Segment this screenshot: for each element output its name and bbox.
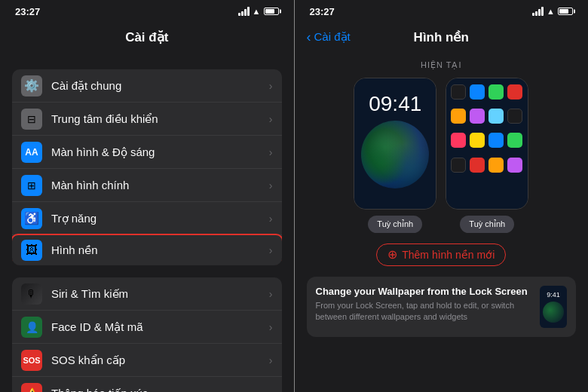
app-icon bbox=[507, 158, 522, 173]
chevron-icon: › bbox=[269, 113, 273, 125]
left-status-time: 23:27 bbox=[15, 6, 40, 17]
settings-list: ⚙️ Cài đặt chung › ⊟ Trung tâm điều khiể… bbox=[0, 51, 294, 392]
info-card-thumbnail: 9:41 bbox=[540, 286, 567, 328]
right-status-time: 23:27 bbox=[310, 6, 335, 17]
settings-group-2: 🎙 Siri & Tìm kiếm › 👤 Face ID & Mật mã ›… bbox=[12, 277, 282, 392]
settings-item-sos[interactable]: SOS SOS khẩn cấp › bbox=[12, 344, 282, 377]
left-nav-title: Cài đặt bbox=[125, 29, 168, 45]
sliders-icon: ⊟ bbox=[21, 109, 42, 130]
lock-screen-preview: 09:41 bbox=[354, 78, 436, 210]
add-wallpaper-button[interactable]: ⊕ Thêm hình nền mới bbox=[376, 243, 506, 266]
signal-icon bbox=[238, 7, 250, 16]
item-label-tro-nang: Trợ năng bbox=[51, 212, 269, 225]
settings-item-siri[interactable]: 🎙 Siri & Tìm kiếm › bbox=[12, 277, 282, 311]
app-icon bbox=[451, 109, 466, 124]
hien-tai-label: HIỆN TẠI bbox=[295, 60, 589, 70]
notifications-icon: ⚠️ bbox=[21, 383, 42, 392]
app-icon bbox=[488, 133, 504, 148]
add-wallpaper-container: ⊕ Thêm hình nền mới bbox=[295, 233, 589, 266]
settings-item-thong-bao[interactable]: ⚠️ Thông báo tiếp xúc › bbox=[12, 377, 282, 392]
right-phone: 23:27 ▲ ‹ Cài đặt Hình nền bbox=[295, 0, 589, 392]
gear-icon: ⚙️ bbox=[21, 75, 42, 96]
right-status-bar: 23:27 ▲ bbox=[295, 0, 589, 23]
chevron-icon: › bbox=[269, 387, 273, 392]
phones-container: 23:27 ▲ Cài đặt bbox=[0, 0, 588, 392]
chevron-icon: › bbox=[269, 179, 273, 191]
chevron-icon: › bbox=[269, 146, 273, 158]
app-icon bbox=[451, 84, 466, 100]
chevron-icon: › bbox=[269, 288, 273, 300]
tuy-chinh-lock-button[interactable]: Tuỳ chỉnh bbox=[368, 216, 422, 233]
wallpaper-previews: 09:41 Tuỳ chỉnh bbox=[295, 78, 589, 233]
tuy-chinh-home-button[interactable]: Tuỳ chỉnh bbox=[460, 216, 514, 233]
plus-circle-icon: ⊕ bbox=[387, 249, 397, 261]
app-icon bbox=[488, 109, 504, 124]
face-id-icon: 👤 bbox=[21, 317, 42, 338]
app-icon bbox=[451, 133, 466, 148]
item-label-hinh-nen: Hình nền bbox=[51, 243, 269, 257]
item-label-man-hinh-sang: Màn hình & Độ sáng bbox=[51, 145, 269, 159]
chevron-icon: › bbox=[269, 213, 273, 225]
left-nav-bar: Cài đặt bbox=[0, 23, 294, 51]
earth-wallpaper bbox=[361, 121, 429, 188]
app-icon bbox=[488, 84, 504, 100]
thumb-time: 9:41 bbox=[547, 291, 560, 299]
item-label-trung-tam: Trung tâm điều khiển bbox=[51, 112, 269, 126]
nav-back-label: Cài đặt bbox=[314, 30, 351, 44]
chevron-icon: › bbox=[269, 80, 273, 92]
app-icon bbox=[507, 84, 522, 100]
add-wallpaper-label: Thêm hình nền mới bbox=[402, 249, 495, 261]
item-label-sos: SOS khẩn cấp bbox=[51, 354, 269, 367]
right-nav-bar: ‹ Cài đặt Hình nền bbox=[295, 23, 589, 51]
item-label-thong-bao: Thông báo tiếp xúc bbox=[51, 387, 269, 392]
app-icon bbox=[507, 133, 522, 148]
settings-item-tro-nang[interactable]: ♿ Trợ năng › bbox=[12, 202, 282, 235]
home-screen-icon: ⊞ bbox=[21, 175, 42, 196]
app-icon bbox=[470, 133, 485, 148]
app-icon bbox=[488, 158, 504, 173]
right-status-icons: ▲ bbox=[532, 7, 573, 16]
accessibility-icon: ♿ bbox=[21, 208, 42, 229]
home-screen-display bbox=[446, 78, 528, 209]
chevron-icon: › bbox=[269, 354, 273, 366]
chevron-icon: › bbox=[269, 244, 273, 256]
wallpaper-icon: 🖼 bbox=[21, 240, 42, 261]
battery-icon bbox=[264, 8, 279, 15]
info-card-title: Change your Wallpaper from the Lock Scre… bbox=[316, 286, 533, 297]
settings-group-1: ⚙️ Cài đặt chung › ⊟ Trung tâm điều khiể… bbox=[12, 69, 282, 265]
lock-screen-preview-container: 09:41 Tuỳ chỉnh bbox=[354, 78, 436, 233]
settings-item-cai-dat-chung[interactable]: ⚙️ Cài đặt chung › bbox=[12, 69, 282, 103]
settings-item-trung-tam[interactable]: ⊟ Trung tâm điều khiển › bbox=[12, 103, 282, 136]
signal-icon bbox=[532, 7, 544, 16]
home-screen-preview bbox=[446, 78, 528, 210]
lock-screen-time: 09:41 bbox=[369, 93, 421, 115]
wifi-icon: ▲ bbox=[253, 7, 261, 16]
settings-item-hinh-nen[interactable]: 🖼 Hình nền › bbox=[12, 234, 282, 265]
app-icon bbox=[470, 84, 485, 100]
settings-item-man-hinh-sang[interactable]: AA Màn hình & Độ sáng › bbox=[12, 136, 282, 169]
wifi-icon: ▲ bbox=[547, 7, 555, 16]
chevron-icon: › bbox=[269, 321, 273, 333]
nav-back-button[interactable]: ‹ Cài đặt bbox=[307, 30, 351, 44]
back-chevron-icon: ‹ bbox=[307, 30, 311, 44]
item-label-cai-dat-chung: Cài đặt chung bbox=[51, 79, 269, 93]
app-icon bbox=[470, 158, 485, 173]
left-phone: 23:27 ▲ Cài đặt bbox=[0, 0, 294, 392]
settings-item-man-hinh-chinh[interactable]: ⊞ Màn hình chính › bbox=[12, 169, 282, 202]
sos-icon: SOS bbox=[21, 350, 42, 371]
left-status-bar: 23:27 ▲ bbox=[0, 0, 294, 23]
lock-screen-display: 09:41 bbox=[354, 78, 436, 209]
settings-item-face-id[interactable]: 👤 Face ID & Mật mã › bbox=[12, 311, 282, 344]
battery-icon bbox=[558, 8, 573, 15]
siri-icon: 🎙 bbox=[21, 283, 42, 305]
info-card: Change your Wallpaper from the Lock Scre… bbox=[307, 277, 577, 337]
app-icon bbox=[507, 109, 522, 124]
item-label-man-hinh-chinh: Màn hình chính bbox=[51, 179, 269, 191]
item-label-siri: Siri & Tìm kiếm bbox=[51, 287, 269, 301]
home-screen-preview-container: Tuỳ chỉnh bbox=[446, 78, 528, 233]
wallpaper-screen: HIỆN TẠI 09:41 Tuỳ chỉnh bbox=[295, 51, 589, 392]
app-icon bbox=[470, 109, 485, 124]
left-status-icons: ▲ bbox=[238, 7, 279, 16]
item-label-face-id: Face ID & Mật mã bbox=[51, 320, 269, 334]
brightness-icon: AA bbox=[21, 142, 42, 163]
